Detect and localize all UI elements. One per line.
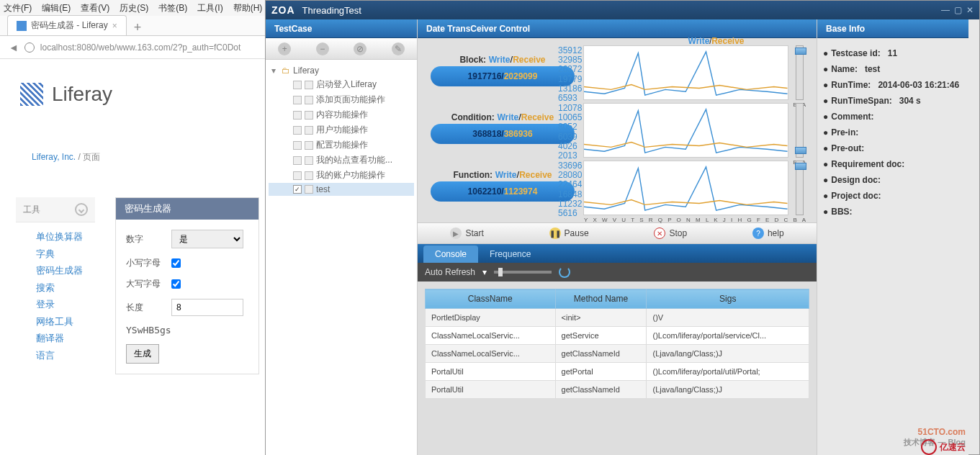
tool-link[interactable]: 语言 bbox=[36, 347, 95, 364]
tool-link[interactable]: 密码生成器 bbox=[36, 262, 95, 279]
tree-item[interactable]: 添加页面功能操作 bbox=[269, 92, 414, 107]
block-slider[interactable] bbox=[796, 45, 804, 100]
info-row: ●Design doc: bbox=[823, 172, 963, 188]
block-chart: Write/Receive 35912329852637219779131866… bbox=[583, 45, 788, 100]
tool-link[interactable]: 网络工具 bbox=[36, 313, 95, 330]
autorefresh-label: Auto Refresh bbox=[425, 267, 475, 277]
info-row: ●BBS: bbox=[823, 204, 963, 220]
base-info-panel: Base Info ●Testcase id:11●Name:test●RunT… bbox=[817, 19, 968, 455]
autorefresh-bar: Auto Refresh ▾ bbox=[418, 263, 817, 281]
function-pill: 1062210/1123974 bbox=[431, 181, 575, 202]
info-row: ●Pre-out: bbox=[823, 140, 963, 156]
table-row[interactable]: PortletDisplay<init>()V bbox=[426, 309, 809, 327]
table-row[interactable]: ClassNameLocalServic...getClassNameId(Lj… bbox=[426, 345, 809, 363]
length-input[interactable] bbox=[171, 299, 243, 316]
transceiver-header: Date TransCeiver Control bbox=[418, 19, 817, 38]
console-table: ClassNameMethod NameSigs PortletDisplay<… bbox=[418, 281, 817, 455]
minimize-icon[interactable]: — bbox=[941, 5, 950, 15]
liferay-logo: Liferay bbox=[20, 83, 112, 106]
tool-link[interactable]: 登录 bbox=[36, 296, 95, 313]
menu-file[interactable]: 文件(F) bbox=[4, 2, 32, 14]
generator-panel: 密码生成器 数字 是 小写字母 大写字母 长度 YSwHB5gs 生成 bbox=[115, 197, 259, 374]
result-text: YSwHB5gs bbox=[126, 325, 248, 335]
tool-link[interactable]: 字典 bbox=[36, 245, 95, 263]
testcase-toolbar: + − ⊘ ✎ bbox=[266, 38, 417, 60]
remove-icon[interactable]: − bbox=[316, 42, 329, 55]
function-slider[interactable] bbox=[796, 161, 804, 215]
app-titlebar: ZOA ThreadingTest — ▢ ✕ bbox=[266, 1, 979, 19]
tree-item[interactable]: 我的站点查看功能... bbox=[269, 153, 414, 168]
tab-frequence[interactable]: Frequence bbox=[478, 245, 542, 263]
tools-list: 单位换算器 字典 密码生成器 搜索 登录 网络工具 翻译器 语言 bbox=[16, 222, 95, 364]
info-row: ●Name:test bbox=[823, 61, 963, 77]
menu-bookmarks[interactable]: 书签(B) bbox=[158, 2, 187, 14]
app-logo: ZOA bbox=[271, 4, 295, 16]
info-row: ●RunTimeSpan:304 s bbox=[823, 93, 963, 109]
info-row: ●Requirement doc: bbox=[823, 156, 963, 172]
globe-icon bbox=[24, 42, 35, 53]
tree-item[interactable]: 用户功能操作 bbox=[269, 122, 414, 138]
condition-slider[interactable] bbox=[796, 103, 804, 158]
refresh-icon[interactable] bbox=[559, 266, 570, 278]
menu-help[interactable]: 帮助(H) bbox=[233, 2, 263, 14]
tree-item[interactable]: 内容功能操作 bbox=[269, 107, 414, 122]
tree-item-selected[interactable]: ✓test bbox=[269, 183, 414, 196]
generator-title: 密码生成器 bbox=[116, 198, 259, 220]
stop-button[interactable]: ✕Stop bbox=[654, 227, 687, 239]
testcase-panel: TestCase + − ⊘ ✎ ▾🗀Liferay 启动登入Liferay 添… bbox=[266, 19, 417, 455]
back-icon[interactable]: ◄ bbox=[9, 42, 19, 53]
pause-button[interactable]: ❚❚Pause bbox=[549, 227, 589, 239]
start-button[interactable]: ▶Start bbox=[450, 227, 483, 239]
block-pill: 1917716/2029099 bbox=[431, 66, 575, 86]
menu-view[interactable]: 查看(V) bbox=[81, 2, 109, 14]
breadcrumb-link[interactable]: Liferay, Inc. bbox=[32, 152, 76, 162]
length-label: 长度 bbox=[126, 302, 166, 314]
tool-link[interactable]: 翻译器 bbox=[36, 330, 95, 347]
delete-icon[interactable]: ⊘ bbox=[354, 42, 367, 55]
info-row: ●Comment: bbox=[823, 109, 963, 125]
upper-checkbox[interactable] bbox=[171, 279, 181, 289]
dropdown-icon[interactable]: ▾ bbox=[482, 267, 487, 277]
add-icon[interactable]: + bbox=[278, 42, 291, 55]
refresh-slider[interactable] bbox=[494, 271, 552, 274]
app-title: ThreadingTest bbox=[295, 5, 941, 16]
menu-edit[interactable]: 编辑(E) bbox=[42, 2, 71, 14]
tab-console[interactable]: Console bbox=[423, 245, 478, 263]
tab-title: 密码生成器 - Liferay bbox=[31, 19, 108, 32]
transceiver-panel: Date TransCeiver Control Block: Write/Re… bbox=[417, 19, 817, 455]
lower-label: 小写字母 bbox=[126, 257, 166, 269]
function-chart: 33696280802246416848112325616 Y X W V U … bbox=[583, 161, 788, 215]
tool-link[interactable]: 单位换算器 bbox=[36, 228, 95, 245]
browser-tab[interactable]: 密码生成器 - Liferay × bbox=[7, 15, 127, 35]
digits-label: 数字 bbox=[126, 233, 166, 245]
url-input[interactable]: localhost:8080/web/www.163.com/2?p_auth=… bbox=[40, 42, 241, 53]
testcase-tree: ▾🗀Liferay 启动登入Liferay 添加页面功能操作 内容功能操作 用户… bbox=[266, 60, 417, 455]
generate-button[interactable]: 生成 bbox=[126, 344, 159, 364]
menu-history[interactable]: 历史(S) bbox=[120, 2, 148, 14]
tools-header[interactable]: 工具 bbox=[16, 197, 95, 222]
close-icon[interactable]: ✕ bbox=[966, 5, 974, 15]
info-row: ●RunTime:2014-06-03 16:21:46 bbox=[823, 77, 963, 93]
tab-close-icon[interactable]: × bbox=[112, 21, 117, 31]
breadcrumb-current: 页面 bbox=[83, 152, 100, 162]
help-button[interactable]: ?help bbox=[752, 227, 784, 239]
lower-checkbox[interactable] bbox=[171, 258, 181, 268]
condition-pill: 368818/386936 bbox=[431, 124, 575, 144]
table-row[interactable]: ClassNameLocalServic...getService()Lcom/… bbox=[426, 327, 809, 345]
info-row: ●Pre-in: bbox=[823, 125, 963, 140]
table-row[interactable]: PortalUtilgetClassNameId(Ljava/lang/Clas… bbox=[426, 381, 809, 399]
control-bar: ▶Start ❚❚Pause ✕Stop ?help bbox=[418, 222, 817, 244]
digits-select[interactable]: 是 bbox=[171, 230, 243, 248]
tree-item[interactable]: 我的账户功能操作 bbox=[269, 168, 414, 183]
table-row[interactable]: PortalUtilgetPortal()Lcom/liferay/portal… bbox=[426, 363, 809, 381]
menu-tools[interactable]: 工具(I) bbox=[197, 2, 222, 14]
edit-icon[interactable]: ✎ bbox=[392, 42, 405, 55]
tool-link[interactable]: 搜索 bbox=[36, 279, 95, 297]
tree-item[interactable]: 启动登入Liferay bbox=[269, 77, 414, 92]
new-tab-button[interactable]: + bbox=[127, 20, 149, 35]
tree-item[interactable]: 配置功能操作 bbox=[269, 138, 414, 153]
liferay-name: Liferay bbox=[52, 83, 112, 106]
console-tabs: Console Frequence bbox=[418, 244, 817, 263]
tree-root[interactable]: ▾🗀Liferay bbox=[269, 64, 414, 77]
maximize-icon[interactable]: ▢ bbox=[954, 5, 962, 15]
